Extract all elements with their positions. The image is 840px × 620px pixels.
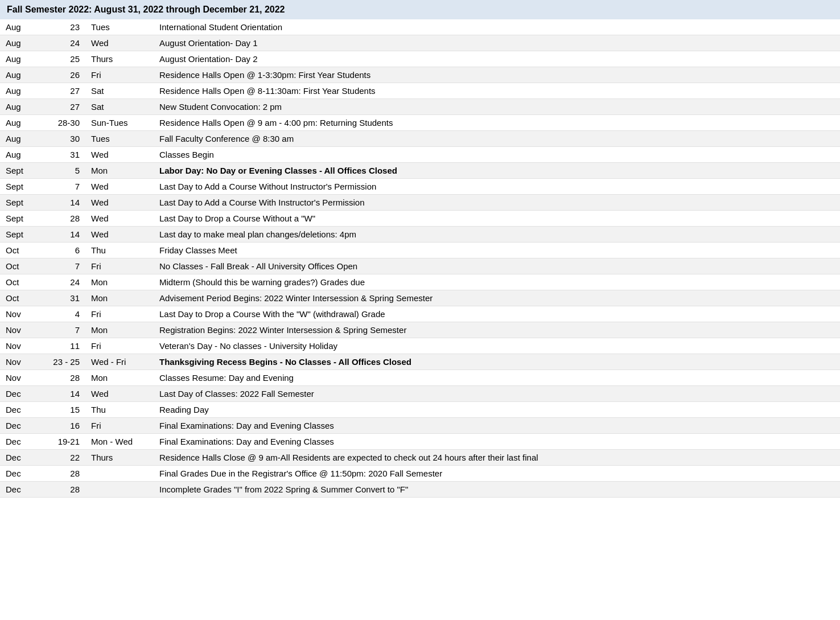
cell-month: Aug: [0, 99, 40, 115]
cell-event: Classes Resume: Day and Evening: [154, 370, 840, 386]
cell-event: Reading Day: [154, 402, 840, 418]
cell-date: 28: [40, 211, 85, 227]
cell-date: 7: [40, 179, 85, 195]
cell-event: Residence Halls Open @ 8-11:30am: First …: [154, 83, 840, 99]
cell-date: 23 - 25: [40, 354, 85, 370]
cell-event: Final Grades Due in the Registrar's Offi…: [154, 466, 840, 482]
table-row: Aug26FriResidence Halls Open @ 1-3:30pm:…: [0, 67, 840, 83]
cell-date: 14: [40, 227, 85, 243]
cell-date: 7: [40, 258, 85, 274]
cell-day: Wed: [85, 227, 154, 243]
table-row: Oct7FriNo Classes - Fall Break - All Uni…: [0, 258, 840, 274]
cell-event: Incomplete Grades "I" from 2022 Spring &…: [154, 482, 840, 498]
cell-date: 28: [40, 466, 85, 482]
table-title: Fall Semester 2022: August 31, 2022 thro…: [0, 0, 840, 19]
table-row: Nov4FriLast Day to Drop a Course With th…: [0, 306, 840, 322]
cell-day: Mon: [85, 290, 154, 306]
cell-event: No Classes - Fall Break - All University…: [154, 258, 840, 274]
table-row: Aug27SatNew Student Convocation: 2 pm: [0, 99, 840, 115]
cell-day: Wed: [85, 386, 154, 402]
cell-event: August Orientation- Day 1: [154, 35, 840, 51]
cell-date: 31: [40, 290, 85, 306]
cell-date: 24: [40, 35, 85, 51]
cell-month: Oct: [0, 258, 40, 274]
cell-event: Residence Halls Close @ 9 am-All Residen…: [154, 450, 840, 466]
table-body: Aug23TuesInternational Student Orientati…: [0, 19, 840, 498]
table-row: Aug25ThursAugust Orientation- Day 2: [0, 51, 840, 67]
cell-date: 26: [40, 67, 85, 83]
cell-month: Dec: [0, 386, 40, 402]
cell-month: Dec: [0, 434, 40, 450]
cell-event: New Student Convocation: 2 pm: [154, 99, 840, 115]
cell-month: Sept: [0, 227, 40, 243]
cell-month: Dec: [0, 466, 40, 482]
cell-day: Mon: [85, 370, 154, 386]
cell-day: Wed: [85, 147, 154, 163]
cell-event: Residence Halls Open @ 9 am - 4:00 pm: R…: [154, 115, 840, 131]
cell-event: Last Day to Add a Course With Instructor…: [154, 195, 840, 211]
table-row: Dec28Final Grades Due in the Registrar's…: [0, 466, 840, 482]
cell-date: 4: [40, 306, 85, 322]
cell-month: Dec: [0, 450, 40, 466]
cell-day: Wed: [85, 195, 154, 211]
table-row: Dec28Incomplete Grades "I" from 2022 Spr…: [0, 482, 840, 498]
table-row: Oct6ThuFriday Classes Meet: [0, 243, 840, 258]
cell-event: Last Day of Classes: 2022 Fall Semester: [154, 386, 840, 402]
cell-event: Classes Begin: [154, 147, 840, 163]
cell-event: Veteran's Day - No classes - University …: [154, 338, 840, 354]
cell-day: Thurs: [85, 51, 154, 67]
table-row: Dec16FriFinal Examinations: Day and Even…: [0, 418, 840, 434]
table-row: Aug28-30Sun-TuesResidence Halls Open @ 9…: [0, 115, 840, 131]
table-row: Sept14WedLast day to make meal plan chan…: [0, 227, 840, 243]
calendar-table: Fall Semester 2022: August 31, 2022 thro…: [0, 0, 840, 498]
cell-month: Sept: [0, 163, 40, 179]
cell-event: Advisement Period Begins: 2022 Winter In…: [154, 290, 840, 306]
cell-date: 28: [40, 482, 85, 498]
cell-day: Thu: [85, 243, 154, 258]
cell-day: Fri: [85, 258, 154, 274]
cell-month: Dec: [0, 402, 40, 418]
cell-date: 16: [40, 418, 85, 434]
cell-day: Fri: [85, 306, 154, 322]
cell-day: Wed: [85, 211, 154, 227]
cell-month: Sept: [0, 179, 40, 195]
cell-day: [85, 482, 154, 498]
cell-date: 24: [40, 274, 85, 290]
table-row: Aug31WedClasses Begin: [0, 147, 840, 163]
header-row: Fall Semester 2022: August 31, 2022 thro…: [0, 0, 840, 19]
cell-date: 5: [40, 163, 85, 179]
cell-date: 31: [40, 147, 85, 163]
cell-month: Aug: [0, 67, 40, 83]
cell-event: Final Examinations: Day and Evening Clas…: [154, 418, 840, 434]
cell-date: 6: [40, 243, 85, 258]
cell-event: Last day to make meal plan changes/delet…: [154, 227, 840, 243]
table-row: Nov28MonClasses Resume: Day and Evening: [0, 370, 840, 386]
cell-day: Thu: [85, 402, 154, 418]
cell-day: Mon: [85, 163, 154, 179]
cell-day: Tues: [85, 131, 154, 147]
cell-month: Aug: [0, 51, 40, 67]
cell-date: 23: [40, 19, 85, 35]
table-row: Nov23 - 25Wed - FriThanksgiving Recess B…: [0, 354, 840, 370]
cell-month: Oct: [0, 274, 40, 290]
cell-day: Fri: [85, 67, 154, 83]
cell-date: 14: [40, 386, 85, 402]
cell-day: Thurs: [85, 450, 154, 466]
table-row: Dec14WedLast Day of Classes: 2022 Fall S…: [0, 386, 840, 402]
cell-day: Mon - Wed: [85, 434, 154, 450]
table-row: Nov11FriVeteran's Day - No classes - Uni…: [0, 338, 840, 354]
cell-date: 28: [40, 370, 85, 386]
cell-event: Residence Halls Open @ 1-3:30pm: First Y…: [154, 67, 840, 83]
table-row: Sept14WedLast Day to Add a Course With I…: [0, 195, 840, 211]
table-row: Aug24WedAugust Orientation- Day 1: [0, 35, 840, 51]
cell-month: Nov: [0, 370, 40, 386]
table-row: Aug23TuesInternational Student Orientati…: [0, 19, 840, 35]
cell-event: Labor Day: No Day or Evening Classes - A…: [154, 163, 840, 179]
cell-day: Mon: [85, 322, 154, 338]
cell-date: 27: [40, 99, 85, 115]
cell-month: Nov: [0, 338, 40, 354]
cell-date: 11: [40, 338, 85, 354]
table-row: Dec15ThuReading Day: [0, 402, 840, 418]
cell-day: Fri: [85, 418, 154, 434]
cell-month: Aug: [0, 19, 40, 35]
